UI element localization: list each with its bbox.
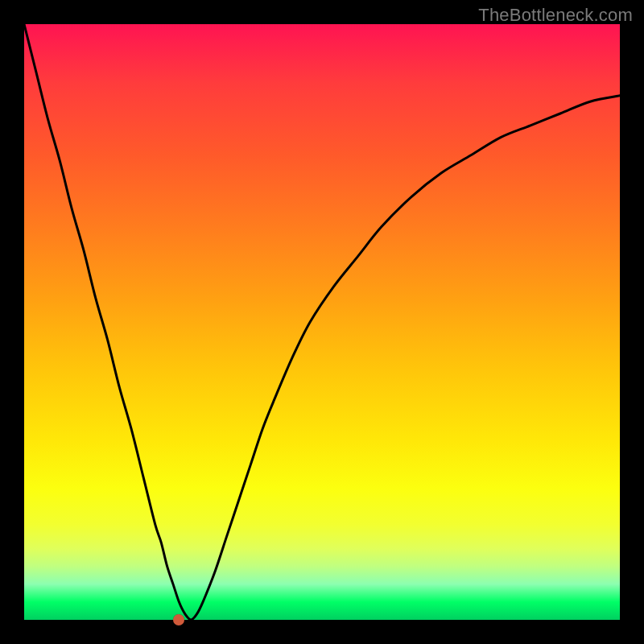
plot-area [24,24,620,620]
chart-container: TheBottleneck.com [0,0,644,644]
watermark-text: TheBottleneck.com [478,5,633,26]
optimum-marker [173,614,184,625]
bottleneck-curve [24,24,620,620]
